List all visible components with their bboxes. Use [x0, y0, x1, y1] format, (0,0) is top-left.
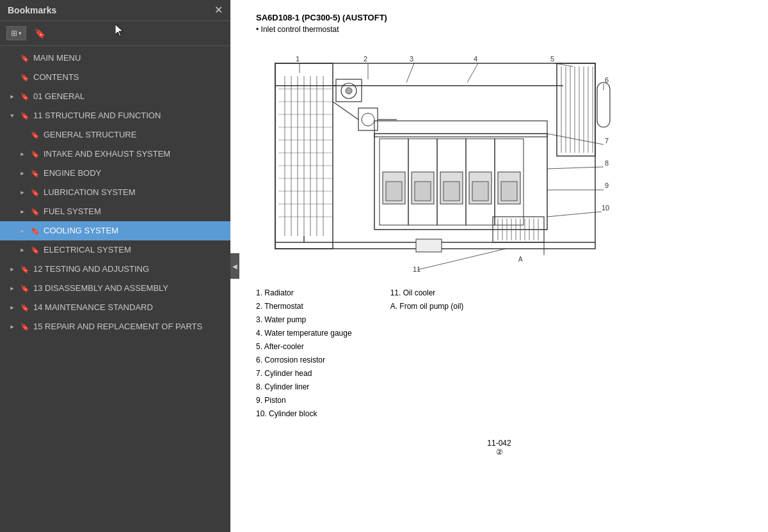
bookmark-icon: 🔖 [20, 112, 29, 120]
legend-item: 6. Corrosion resistor [256, 354, 352, 366]
svg-text:6: 6 [605, 76, 609, 84]
legend-item: 10. Cylinder block [256, 408, 352, 419]
legend-item: 3. Water pump [256, 314, 352, 325]
legend-item: 1. Radiator [256, 287, 352, 299]
expand-arrow-icon: ► [18, 170, 27, 176]
sidebar-item-label: 12 TESTING AND ADJUSTING [33, 264, 149, 274]
sidebar-toolbar: ⊞ ▾ 🔖 [0, 21, 230, 46]
sidebar-item-label: 15 REPAIR AND REPLACEMENT OF PARTS [33, 322, 202, 332]
sidebar-header: Bookmarks ✕ [0, 0, 230, 21]
svg-text:10: 10 [602, 204, 609, 212]
svg-text:1: 1 [296, 55, 300, 63]
bookmark-icon: 🔖 [31, 227, 40, 235]
bookmark-icon: 🔖 [20, 304, 29, 312]
legend-col-right: 11. Oil coolerA. From oil pump (oil) [390, 287, 464, 419]
sidebar-item-main-menu[interactable]: 🔖MAIN MENU [0, 49, 230, 68]
sidebar-item-15-repair[interactable]: ►🔖15 REPAIR AND REPLACEMENT OF PARTS [0, 317, 230, 336]
expand-button[interactable]: ⊞ ▾ [6, 26, 26, 40]
expand-arrow-icon: ► [18, 208, 27, 215]
legend-item: 7. Cylinder head [256, 368, 352, 379]
sidebar-item-label: FUEL SYSTEM [44, 207, 101, 217]
bookmark-icon: 🔖 [20, 285, 29, 293]
sidebar-item-label: ELECTRICAL SYSTEM [44, 245, 131, 255]
bookmark-icon: 🔖 [20, 265, 29, 274]
svg-rect-40 [386, 182, 402, 201]
diagram-container: A 1 2 3 4 5 6 7 8 9 10 11 [256, 44, 742, 274]
svg-rect-43 [415, 182, 431, 201]
sidebar-item-14-maintenance[interactable]: ►🔖14 MAINTENANCE STANDARD [0, 298, 230, 317]
sidebar-item-cooling-system[interactable]: ►🔖COOLING SYSTEM [0, 221, 230, 240]
bookmark-icon: 🔖 [31, 150, 40, 159]
svg-line-88 [467, 63, 478, 82]
sidebar-item-label: CONTENTS [33, 72, 79, 82]
expand-dropdown-icon: ▾ [19, 30, 22, 36]
sidebar-collapse-button[interactable]: ◀ [230, 253, 239, 279]
sidebar-item-12-testing[interactable]: ►🔖12 TESTING AND ADJUSTING [0, 260, 230, 279]
svg-point-23 [346, 88, 352, 94]
expand-icon: ⊞ [11, 29, 17, 38]
expand-arrow-icon: ► [18, 247, 27, 253]
collapse-arrow-icon: ◀ [232, 263, 237, 270]
bookmark-icon: 🔖 [35, 28, 45, 38]
expand-arrow-icon: ► [8, 304, 17, 311]
legend-item-right: 11. Oil cooler [390, 287, 464, 299]
legend-item: 5. After-cooler [256, 341, 352, 352]
bookmark-icon: 🔖 [20, 323, 29, 331]
legend-section: 1. Radiator2. Thermostat3. Water pump4. … [256, 287, 742, 419]
bookmark-icon: 🔖 [31, 246, 40, 254]
sidebar-item-label: 13 DISASSEMBLY AND ASSEMBLY [33, 283, 168, 293]
svg-text:8: 8 [605, 159, 609, 167]
svg-text:7: 7 [605, 137, 609, 145]
sidebar-item-label: LUBRICATION SYSTEM [44, 187, 136, 198]
svg-text:L0-229: L0-229 [613, 191, 614, 209]
svg-point-67 [362, 113, 374, 126]
sidebar-item-11-structure[interactable]: ▼🔖11 STRUCTURE AND FUNCTION [0, 106, 230, 125]
sidebar-item-lubrication[interactable]: ►🔖LUBRICATION SYSTEM [0, 183, 230, 202]
expand-arrow-icon: ► [8, 93, 17, 100]
sidebar-item-label: GENERAL STRUCTURE [44, 130, 136, 140]
svg-text:2: 2 [364, 55, 367, 63]
legend-col-left: 1. Radiator2. Thermostat3. Water pump4. … [256, 287, 352, 419]
svg-text:A: A [518, 256, 523, 263]
sidebar-item-label: COOLING SYSTEM [44, 226, 118, 236]
sidebar-item-01-general[interactable]: ►🔖01 GENERAL [0, 87, 230, 106]
bookmark-icon: 🔖 [31, 169, 40, 178]
svg-text:4: 4 [474, 55, 477, 63]
sidebar-item-label: 11 STRUCTURE AND FUNCTION [33, 111, 161, 121]
sidebar-item-fuel-system[interactable]: ►🔖FUEL SYSTEM [0, 202, 230, 221]
sidebar-item-contents[interactable]: 🔖CONTENTS [0, 68, 230, 87]
sidebar-item-intake-exhaust[interactable]: ►🔖INTAKE AND EXHAUST SYSTEM [0, 145, 230, 164]
bookmark-icon: 🔖 [20, 54, 29, 63]
expand-arrow-icon: ► [8, 266, 17, 272]
sidebar-item-label: 01 GENERAL [33, 91, 84, 102]
svg-line-68 [333, 102, 358, 120]
sidebar-item-label: INTAKE AND EXHAUST SYSTEM [44, 149, 170, 159]
expand-arrow-icon: ► [18, 189, 27, 196]
sidebar-item-label: ENGINE BODY [44, 168, 101, 178]
svg-text:5: 5 [550, 55, 554, 63]
svg-rect-73 [416, 239, 442, 252]
legend-item: 9. Piston [256, 395, 352, 406]
svg-line-94 [547, 212, 602, 217]
engine-diagram: A 1 2 3 4 5 6 7 8 9 10 11 [256, 44, 614, 274]
legend-item-right: A. From oil pump (oil) [390, 301, 464, 312]
svg-rect-53 [374, 121, 547, 137]
legend-item: 8. Cylinder liner [256, 381, 352, 393]
sidebar-item-13-disassembly[interactable]: ►🔖13 DISASSEMBLY AND ASSEMBLY [0, 279, 230, 298]
bookmark-list: 🔖MAIN MENU🔖CONTENTS►🔖01 GENERAL▼🔖11 STRU… [0, 46, 230, 532]
expand-arrow-icon: ► [8, 324, 17, 330]
svg-rect-27 [557, 63, 595, 156]
bookmark-icon-button[interactable]: 🔖 [30, 25, 50, 42]
sidebar-item-engine-body[interactable]: ►🔖ENGINE BODY [0, 164, 230, 183]
expand-arrow-icon: ► [18, 228, 27, 234]
sidebar-item-electrical[interactable]: ►🔖ELECTRICAL SYSTEM [0, 240, 230, 260]
sidebar: Bookmarks ✕ ⊞ ▾ 🔖 🔖MAIN MENU🔖CONTENTS►🔖0… [0, 0, 230, 532]
expand-arrow-icon: ▼ [8, 113, 17, 119]
expand-arrow-icon: ► [18, 151, 27, 157]
close-button[interactable]: ✕ [214, 5, 223, 15]
svg-text:3: 3 [410, 55, 413, 63]
sidebar-item-label: MAIN MENU [33, 53, 81, 63]
sidebar-item-general-structure[interactable]: 🔖GENERAL STRUCTURE [0, 125, 230, 145]
svg-rect-49 [472, 182, 488, 201]
expand-arrow-icon: ► [8, 285, 17, 292]
